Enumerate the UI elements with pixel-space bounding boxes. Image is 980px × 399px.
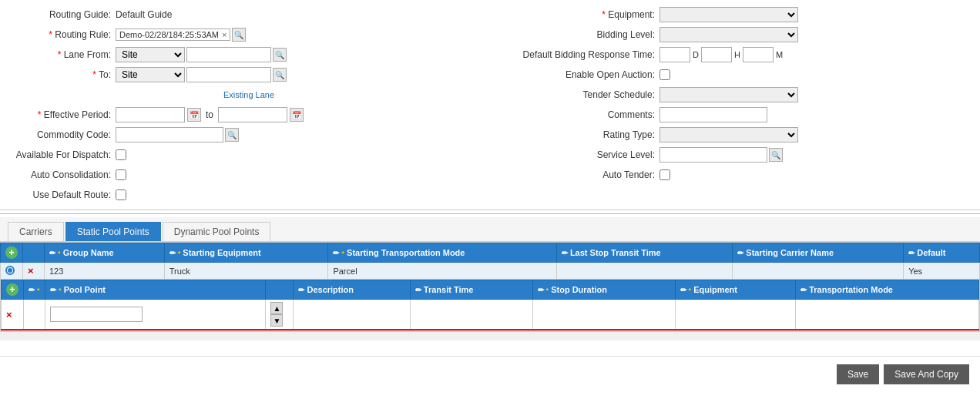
effective-period-start[interactable] [116, 107, 185, 122]
date-range: 📅 to 📅 [116, 107, 304, 122]
commodity-code-input[interactable] [116, 127, 223, 142]
pool-point-input[interactable] [50, 307, 143, 322]
routing-rule-label: * Routing Rule: [8, 29, 116, 40]
pool-transportation-header: ✏ Transportation Mode [796, 280, 979, 300]
lane-from-text[interactable] [186, 47, 271, 62]
pool-point-header: ✏ * Pool Point [45, 280, 266, 300]
lane-from-input-group: Site 🔍 [116, 47, 287, 62]
routing-rule-tag-value: Demo-02/28/184:25:53AM [119, 30, 219, 39]
pool-stop-duration-cell [532, 300, 675, 330]
equipment-select[interactable] [659, 7, 798, 22]
available-dispatch-checkbox[interactable] [116, 149, 126, 160]
routing-rule-search-btn[interactable]: 🔍 [232, 28, 246, 42]
pool-description-header: ✏ Description [294, 280, 410, 300]
auto-tender-label: Auto Tender: [498, 169, 659, 180]
to-label: * To: [8, 69, 116, 80]
pool-updown-cell: ▲ ▼ [266, 300, 294, 330]
save-and-copy-button[interactable]: Save And Copy [884, 364, 969, 384]
group-add-button[interactable]: + [5, 246, 18, 259]
routing-guide-value: Default Guide [116, 9, 172, 20]
pencil-icon4: ✏ [562, 249, 568, 257]
use-default-route-checkbox[interactable] [116, 189, 126, 200]
top-section: Routing Guide: Default Guide * Routing R… [0, 0, 980, 210]
starting-equipment-header: ✏ * Starting Equipment [164, 243, 328, 263]
service-level-search-btn[interactable]: 🔍 [769, 148, 783, 162]
enable-open-auction-checkbox[interactable] [659, 69, 670, 80]
auto-consolidation-row: Auto Consolidation: [8, 166, 482, 183]
default-bidding-row: Default Bidding Response Time: D H M [498, 46, 972, 63]
lane-from-label: * Lane From: [8, 49, 116, 60]
duration-h-input[interactable] [701, 47, 732, 62]
action-bar: Save Save And Copy [0, 356, 980, 392]
existing-lane-row: Existing Lane [8, 86, 482, 103]
table-area: + ✏ * Group Name ✏ * Starting Equipment … [0, 243, 980, 340]
to-select[interactable]: Site [116, 67, 185, 82]
comments-row: Comments: [498, 106, 972, 123]
pool-transit-header: ✏ Transit Time [410, 280, 532, 300]
left-form: Routing Guide: Default Guide * Routing R… [8, 6, 482, 203]
pencil-icon: ✏ [49, 249, 55, 257]
pool-row-edit-cell [24, 300, 45, 330]
pencil-icon2: ✏ [169, 249, 176, 257]
d-label: D [693, 50, 699, 59]
pool-header-row: + ✏ * ✏ * Pool Point [2, 280, 979, 300]
save-button[interactable]: Save [837, 364, 879, 384]
group-radio-cell [1, 263, 23, 280]
group-table-header-row: + ✏ * Group Name ✏ * Starting Equipment … [1, 243, 980, 263]
to-row: * To: Site 🔍 [8, 66, 482, 83]
equipment-label: * Equipment: [498, 9, 659, 20]
lane-from-select[interactable]: Site [116, 47, 185, 62]
duration-m-input[interactable] [743, 47, 774, 62]
tab-static-pool-points[interactable]: Static Pool Points [65, 222, 161, 241]
calendar-end-btn[interactable]: 📅 [290, 108, 304, 122]
tab-dynamic-pool-points[interactable]: Dynamic Pool Points [163, 222, 271, 241]
auto-tender-checkbox[interactable] [659, 169, 670, 180]
tab-carriers[interactable]: Carriers [8, 222, 64, 241]
service-level-input[interactable] [659, 147, 767, 163]
horizontal-scrollbar[interactable] [0, 331, 980, 340]
calendar-start-btn[interactable]: 📅 [187, 108, 201, 122]
bidding-level-select[interactable] [659, 27, 798, 42]
group-row: × 123 Truck Parcel Yes [1, 263, 980, 280]
pool-stop-duration-header: ✏ * Stop Duration [532, 280, 675, 300]
lane-from-search-btn[interactable]: 🔍 [273, 48, 287, 62]
pool-row-delete-btn[interactable]: × [6, 309, 12, 320]
pool-transportation-mode-cell [796, 300, 979, 330]
pool-add-button[interactable]: + [6, 283, 18, 296]
pool-transit-time-cell [410, 300, 532, 330]
service-level-label: Service Level: [498, 149, 659, 160]
pencil-icon13: ✏ [800, 286, 807, 294]
pool-up-btn[interactable]: ▲ [270, 302, 283, 314]
to-search-btn[interactable]: 🔍 [273, 68, 287, 82]
routing-guide-row: Routing Guide: Default Guide [8, 6, 482, 23]
routing-rule-row: * Routing Rule: Demo-02/28/184:25:53AM ×… [8, 26, 482, 43]
equipment-row: * Equipment: [498, 6, 972, 23]
default-cell: Yes [904, 263, 980, 280]
to-text[interactable] [186, 67, 271, 82]
commodity-code-search-btn[interactable]: 🔍 [225, 128, 239, 142]
to-input-group: Site 🔍 [116, 67, 287, 82]
pool-table: + ✏ * ✏ * Pool Point [1, 280, 979, 330]
existing-lane-link[interactable]: Existing Lane [223, 90, 274, 99]
rating-type-select[interactable] [659, 127, 798, 142]
auto-consolidation-checkbox[interactable] [116, 169, 126, 180]
group-delete-btn[interactable]: × [28, 265, 34, 277]
to-text: to [206, 109, 213, 120]
group-name-header: ✏ * Group Name [45, 243, 165, 263]
commodity-code-row: Commodity Code: 🔍 [8, 126, 482, 143]
tender-schedule-select[interactable] [659, 87, 798, 102]
bidding-level-label: Bidding Level: [498, 29, 659, 40]
pool-edit-header: ✏ * [24, 280, 45, 300]
effective-period-end[interactable] [218, 107, 287, 122]
effective-period-label: * Effective Period: [8, 109, 116, 120]
group-radio[interactable] [5, 266, 15, 275]
comments-input[interactable] [659, 107, 767, 122]
routing-rule-input-group: Demo-02/28/184:25:53AM × 🔍 [116, 28, 246, 42]
use-default-route-label: Use Default Route: [8, 189, 116, 200]
routing-rule-remove[interactable]: × [222, 30, 227, 39]
pool-down-btn[interactable]: ▼ [270, 314, 283, 327]
starting-transportation-header: ✏ * Starting Transportation Mode [328, 243, 556, 263]
pencil-icon9: ✏ [298, 286, 304, 294]
duration-d-input[interactable] [659, 47, 690, 62]
pool-data-row: × ▲ ▼ [2, 300, 979, 330]
